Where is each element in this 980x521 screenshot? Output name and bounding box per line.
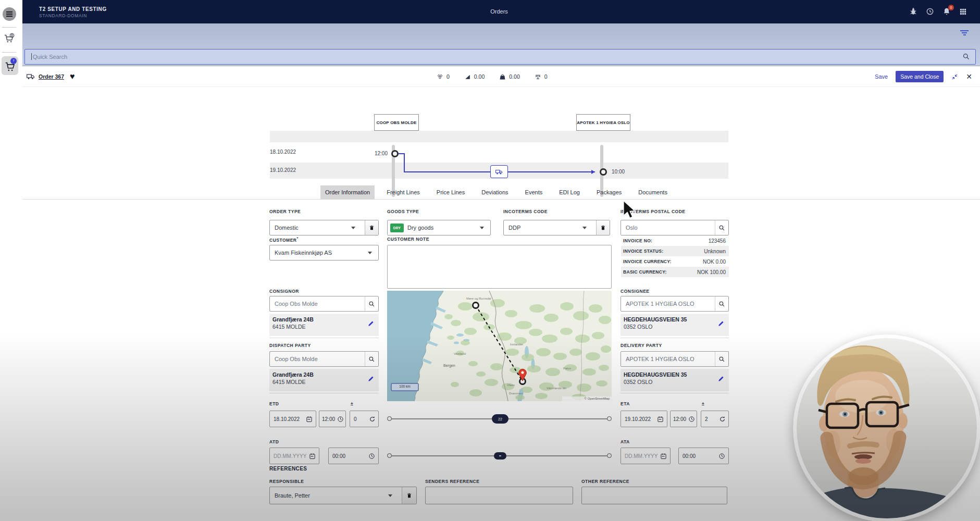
- goods-type-select[interactable]: DRY Dry goods: [387, 220, 491, 235]
- section-divider: [621, 393, 729, 393]
- chevron-down-icon: [582, 227, 587, 229]
- etd-date-input[interactable]: 18.10.2022: [269, 411, 316, 427]
- calendar-icon[interactable]: [657, 416, 664, 423]
- stat-weight: 0.00: [499, 73, 519, 80]
- stat-loadmeter: 0: [535, 73, 548, 80]
- ata-date-input[interactable]: DD.MM.YYYY: [621, 448, 671, 464]
- eta-slider[interactable]: 22: [387, 411, 612, 427]
- consignee-input[interactable]: APOTEK 1 HYGIEA OSLO: [621, 296, 729, 312]
- refresh-icon[interactable]: [719, 416, 726, 423]
- responsible-clear-zone[interactable]: [402, 487, 416, 504]
- tab-price-lines[interactable]: Price Lines: [432, 185, 469, 200]
- calendar-icon[interactable]: [309, 453, 316, 460]
- tab-deviations[interactable]: Deviations: [477, 185, 513, 200]
- atd-date-input[interactable]: DD.MM.YYYY: [269, 448, 319, 464]
- sidebar-divider-1: [2, 27, 16, 28]
- goods-type-label: GOODS TYPE: [387, 209, 419, 214]
- dispatch-party-input[interactable]: Coop Obs Molde: [269, 351, 379, 367]
- calendar-icon[interactable]: [660, 453, 667, 460]
- customer-note-textarea[interactable]: [387, 245, 612, 289]
- app-title: T2 SETUP AND TESTING: [39, 6, 107, 12]
- cart-upload-button[interactable]: [4, 32, 15, 45]
- incoterms-postal-input[interactable]: Oslo: [621, 220, 729, 235]
- consignor-address-panel: Grandfjæra 24B 6415 MOLDE: [269, 314, 379, 336]
- destination-label-box: APOTEK 1 HYGIEA OSLO: [576, 114, 630, 131]
- consignee-search-zone[interactable]: [715, 296, 728, 311]
- save-button[interactable]: Save: [875, 73, 888, 80]
- consignor-search-zone[interactable]: [365, 296, 378, 311]
- cart-upload-icon: [4, 32, 15, 45]
- collapse-icon[interactable]: [951, 73, 958, 80]
- eta-label: ETA: [621, 401, 630, 406]
- ata-label: ATA: [621, 439, 630, 444]
- cart-badge: ↑: [10, 58, 17, 64]
- clock-icon[interactable]: [718, 453, 725, 460]
- search-input[interactable]: Quick Search: [24, 49, 976, 65]
- tab-order-information[interactable]: Order Information: [320, 185, 375, 200]
- webcam-photo: [797, 338, 977, 518]
- ata-time-input[interactable]: 00:00: [678, 448, 729, 464]
- route-map[interactable]: 100 km © OpenStreetMap Møre og Romsdal V…: [387, 291, 612, 401]
- edit-pencil-icon[interactable]: [717, 375, 725, 382]
- tab-documents[interactable]: Documents: [634, 185, 672, 200]
- filter-icon[interactable]: [960, 29, 969, 36]
- timeline-marker-origin[interactable]: [391, 150, 399, 157]
- refresh-icon[interactable]: [369, 416, 376, 423]
- search-icon[interactable]: [962, 53, 970, 60]
- favorite-heart-icon[interactable]: ♥: [70, 72, 75, 81]
- edit-pencil-icon[interactable]: [367, 320, 375, 327]
- ata-slider[interactable]: [387, 448, 612, 464]
- notifications-button[interactable]: 0: [942, 7, 951, 16]
- clock-icon[interactable]: [337, 416, 344, 423]
- menu-button[interactable]: [3, 7, 16, 21]
- incoterms-code-select[interactable]: DDP: [503, 220, 610, 235]
- transport-truck-icon: [495, 168, 503, 176]
- cart-active-button[interactable]: ↑: [2, 56, 18, 75]
- order-type-label: ORDER TYPE: [269, 209, 301, 214]
- save-close-button[interactable]: Save and Close: [896, 71, 944, 82]
- other-reference-input[interactable]: [581, 487, 727, 504]
- invoice-currency-row: INVOICE CURRENCY:NOK 0.00: [621, 256, 729, 267]
- section-divider: [269, 393, 379, 393]
- etd-tolerance-input[interactable]: 0: [350, 411, 379, 427]
- order-type-clear-zone[interactable]: [365, 220, 378, 235]
- dispatch-party-label: DISPATCH PARTY: [269, 343, 311, 348]
- senders-reference-input[interactable]: [425, 487, 573, 504]
- order-number-link[interactable]: Order 367: [39, 73, 64, 80]
- edit-pencil-icon[interactable]: [717, 320, 725, 327]
- delivery-party-input[interactable]: APOTEK 1 HYGIEA OSLO: [621, 351, 729, 367]
- atd-time-input[interactable]: 00:00: [328, 448, 379, 464]
- etd-time-input[interactable]: 12:00: [319, 411, 346, 427]
- edit-pencil-icon[interactable]: [367, 375, 375, 382]
- invoice-no-row: INVOICE NO:123456: [621, 235, 729, 246]
- consignor-input[interactable]: Coop Obs Molde: [269, 296, 379, 312]
- debug-icon[interactable]: [909, 7, 917, 16]
- history-icon[interactable]: [926, 7, 934, 16]
- apps-grid-icon[interactable]: [959, 8, 967, 16]
- timeline-transport-box[interactable]: [490, 165, 508, 178]
- slider-handle[interactable]: 22: [492, 414, 508, 424]
- chevron-down-icon: [351, 227, 355, 229]
- tab-edi-log[interactable]: EDI Log: [554, 185, 585, 200]
- tab-packages[interactable]: Packages: [592, 185, 626, 200]
- delivery-search-zone[interactable]: [715, 352, 728, 366]
- eta-time-input[interactable]: 12:00: [670, 411, 697, 427]
- calendar-icon[interactable]: [306, 416, 313, 423]
- dispatch-search-zone[interactable]: [365, 352, 378, 366]
- clock-icon[interactable]: [368, 453, 375, 460]
- postal-search-zone[interactable]: [715, 220, 728, 235]
- order-type-select[interactable]: Domestic: [269, 220, 379, 235]
- eta-date-input[interactable]: 19.10.2022: [621, 411, 667, 427]
- incoterms-code-label: INCOTERMS CODE: [503, 209, 548, 214]
- eta-tolerance-input[interactable]: 2: [701, 411, 729, 427]
- responsible-select[interactable]: Braute, Petter: [269, 487, 417, 504]
- slider-handle[interactable]: [494, 452, 506, 460]
- tab-events[interactable]: Events: [520, 185, 548, 200]
- timeline-marker-dest[interactable]: [600, 168, 607, 176]
- incoterms-clear-zone[interactable]: [596, 220, 610, 235]
- tab-freight-lines[interactable]: Freight Lines: [382, 185, 425, 200]
- close-icon[interactable]: ✕: [966, 72, 972, 81]
- customer-select[interactable]: Kvam Fiskeinnkjøp AS: [269, 245, 379, 260]
- clock-icon[interactable]: [688, 416, 695, 423]
- packages-icon: [437, 73, 443, 80]
